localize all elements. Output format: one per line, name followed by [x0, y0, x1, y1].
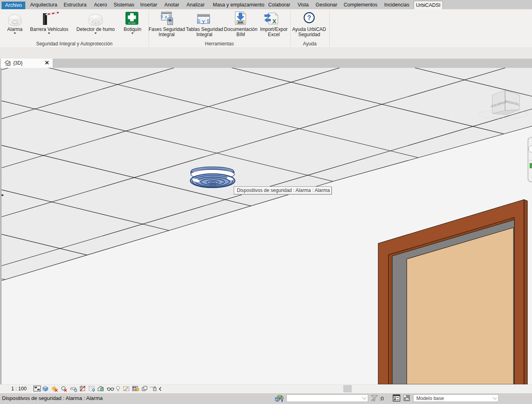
svg-text:BIM: BIM — [238, 21, 243, 24]
svg-text:S y S: S y S — [197, 18, 210, 24]
svg-text::0: :0 — [379, 396, 384, 402]
svg-text:BOTIQUÍN: BOTIQUÍN — [128, 22, 136, 24]
svg-text:X: X — [272, 18, 276, 24]
svg-text:?: ? — [307, 14, 311, 21]
